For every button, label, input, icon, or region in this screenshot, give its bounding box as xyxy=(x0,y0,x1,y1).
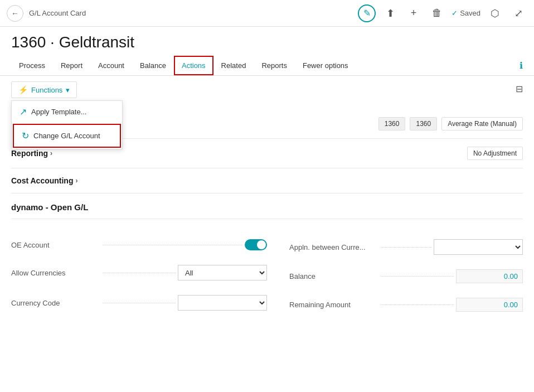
saved-label-text: Saved xyxy=(460,9,480,17)
nav-tabs: Process Report Account Balance Actions R… xyxy=(0,56,534,76)
currency-code-field: Currency Code xyxy=(11,291,267,315)
back-icon: ← xyxy=(11,9,19,18)
delete-button[interactable]: 🗑 xyxy=(428,4,446,22)
balance-value: 0.00 xyxy=(456,269,523,283)
apply-template-item[interactable]: ↗ Apply Template... xyxy=(12,101,122,123)
tab-process[interactable]: Process xyxy=(11,56,53,75)
cost-accounting-section: Cost Accounting › xyxy=(11,168,523,193)
chevron-down-icon: ▾ xyxy=(66,86,70,94)
tab-account[interactable]: Account xyxy=(90,56,132,75)
oe-account-field: OE Account xyxy=(11,235,267,255)
expand-icon: ⤢ xyxy=(514,7,523,20)
remaining-amount-field: Remaining Amount 0.00 xyxy=(289,293,523,316)
appln-field: Appln. between Curre... xyxy=(289,235,523,259)
right-fields: Appln. between Curre... Balance 0.00 Rem… xyxy=(267,235,523,316)
functions-label: Functions xyxy=(31,86,62,94)
consolidation-badge1: 1360 xyxy=(378,117,406,130)
page-heading: 1360 · Geldtransit xyxy=(0,27,534,51)
account-title: 1360 · Geldtransit xyxy=(11,33,523,51)
saved-status: ✓ Saved xyxy=(452,9,480,17)
dynamo-label: dynamo - Open G/L xyxy=(11,202,88,212)
top-bar: ← G/L Account Card ✎ ⬆ + 🗑 ✓ Saved ⬡ ⤢ xyxy=(0,0,534,27)
tab-balance[interactable]: Balance xyxy=(132,56,174,75)
functions-dropdown: ↗ Apply Template... ↻ Change G/L Account xyxy=(11,100,123,149)
allow-currencies-select[interactable]: All xyxy=(178,265,267,280)
oe-account-dots xyxy=(103,245,242,245)
open-external-icon: ⬡ xyxy=(491,7,499,20)
consolidation-badges: 1360 1360 Average Rate (Manual) xyxy=(378,117,523,130)
share-icon: ⬆ xyxy=(386,7,395,20)
bolt-icon: ⚡ xyxy=(18,85,28,94)
tab-fewer-options[interactable]: Fewer options xyxy=(295,56,356,75)
tab-actions[interactable]: Actions xyxy=(174,56,213,75)
appln-dots xyxy=(381,247,431,248)
remaining-amount-value: 0.00 xyxy=(456,298,523,312)
oe-account-label: OE Account xyxy=(11,241,100,249)
currency-code-dots xyxy=(103,303,176,303)
allow-currencies-label: Allow Currencies xyxy=(11,269,100,277)
currency-code-label: Currency Code xyxy=(11,299,100,307)
oe-account-toggle[interactable] xyxy=(245,239,267,250)
reporting-chevron: › xyxy=(50,149,52,157)
allow-currencies-field: Allow Currencies All xyxy=(11,260,267,285)
appln-label: Appln. between Curre... xyxy=(289,243,378,251)
change-gl-label: Change G/L Account xyxy=(33,132,100,140)
balance-label: Balance xyxy=(289,272,378,280)
currency-code-select[interactable] xyxy=(178,295,267,311)
dynamo-section: dynamo - Open G/L OE Account Allow Curre… xyxy=(11,193,523,325)
consolidation-badge2: 1360 xyxy=(410,117,437,130)
tab-related[interactable]: Related xyxy=(213,56,254,75)
back-button[interactable]: ← xyxy=(7,5,23,22)
change-gl-account-item[interactable]: ↻ Change G/L Account xyxy=(13,124,121,148)
cost-accounting-label: Cost Accounting xyxy=(11,176,73,185)
left-fields: OE Account Allow Currencies All Currency… xyxy=(11,235,267,316)
add-button[interactable]: + xyxy=(405,4,423,22)
dropdown-area: ⚡ Functions ▾ ↗ Apply Template... ↻ Chan… xyxy=(0,76,534,104)
reporting-title[interactable]: Reporting › xyxy=(11,149,52,158)
appln-select[interactable] xyxy=(434,239,523,255)
edit-button[interactable]: ✎ xyxy=(358,4,376,22)
edit-icon: ✎ xyxy=(363,8,371,18)
dynamo-title: dynamo - Open G/L xyxy=(11,202,523,212)
functions-button[interactable]: ⚡ Functions ▾ xyxy=(11,81,77,98)
reporting-badges: No Adjustment xyxy=(467,147,523,160)
open-external-button[interactable]: ⬡ xyxy=(486,4,504,22)
allow-currencies-dots xyxy=(103,273,176,273)
share-button[interactable]: ⬆ xyxy=(381,4,399,22)
delete-icon: 🗑 xyxy=(432,7,442,19)
pin-button[interactable]: ⊟ xyxy=(516,84,523,94)
tab-reports[interactable]: Reports xyxy=(254,56,295,75)
remaining-amount-label: Remaining Amount xyxy=(289,301,378,309)
dynamo-fields: OE Account Allow Currencies All Currency… xyxy=(11,219,523,325)
apply-template-icon: ↗ xyxy=(20,107,27,117)
change-gl-icon: ↻ xyxy=(22,130,29,141)
reporting-badge1: No Adjustment xyxy=(467,147,523,160)
balance-dots xyxy=(381,276,454,277)
top-actions: ✎ ⬆ + 🗑 ✓ Saved ⬡ ⤢ xyxy=(358,4,527,22)
balance-field: Balance 0.00 xyxy=(289,265,523,288)
apply-template-label: Apply Template... xyxy=(31,108,86,116)
cost-accounting-chevron: › xyxy=(75,177,77,185)
check-icon: ✓ xyxy=(452,9,458,17)
cost-accounting-title[interactable]: Cost Accounting › xyxy=(11,176,77,185)
consolidation-badge3: Average Rate (Manual) xyxy=(441,117,523,130)
page-title: G/L Account Card xyxy=(29,9,86,17)
info-icon[interactable]: ℹ xyxy=(520,60,523,71)
reporting-label: Reporting xyxy=(11,149,48,158)
tab-report[interactable]: Report xyxy=(53,56,90,75)
expand-button[interactable]: ⤢ xyxy=(509,4,527,22)
fields-grid: OE Account Allow Currencies All Currency… xyxy=(11,226,523,325)
add-icon: + xyxy=(411,7,417,19)
remaining-amount-dots xyxy=(381,304,454,305)
